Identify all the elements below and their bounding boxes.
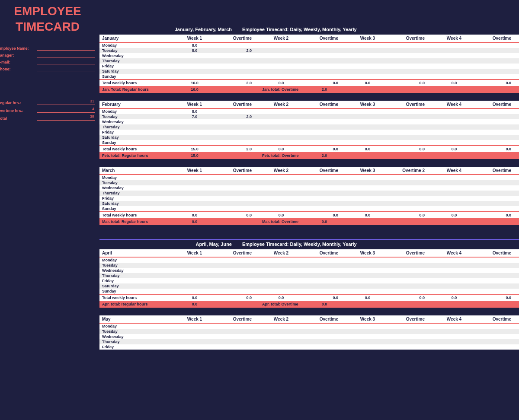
hours-cell[interactable]: [389, 273, 432, 278]
hours-cell[interactable]: [346, 344, 389, 350]
hours-cell[interactable]: [173, 196, 216, 201]
hours-cell[interactable]: [173, 135, 216, 140]
hours-cell[interactable]: [260, 48, 303, 53]
hours-cell[interactable]: [303, 180, 346, 185]
hours-cell[interactable]: [389, 339, 432, 344]
hours-cell[interactable]: [346, 278, 389, 283]
hours-cell[interactable]: [173, 58, 216, 64]
hours-cell[interactable]: [216, 185, 260, 191]
hours-cell[interactable]: [260, 53, 303, 58]
hours-cell[interactable]: [303, 114, 346, 119]
hours-cell[interactable]: [260, 323, 303, 329]
hours-cell[interactable]: [303, 329, 346, 334]
hours-cell[interactable]: [346, 69, 389, 74]
hours-cell[interactable]: [389, 206, 432, 212]
hours-cell[interactable]: [216, 323, 260, 329]
hours-cell[interactable]: [260, 130, 303, 135]
hours-cell[interactable]: [173, 191, 216, 196]
hours-cell[interactable]: [389, 180, 432, 185]
hours-cell[interactable]: [346, 185, 389, 191]
hours-cell[interactable]: [432, 196, 476, 201]
hours-cell[interactable]: [432, 201, 476, 206]
hours-cell[interactable]: [216, 201, 260, 206]
hours-cell[interactable]: [216, 263, 260, 268]
hours-cell[interactable]: [303, 135, 346, 140]
hours-cell[interactable]: [389, 185, 432, 191]
hours-cell[interactable]: [389, 69, 432, 74]
hours-cell[interactable]: [173, 263, 216, 268]
hours-cell[interactable]: [216, 334, 260, 339]
info-input-line[interactable]: [37, 45, 95, 51]
hours-cell[interactable]: [303, 283, 346, 289]
hours-cell[interactable]: [346, 257, 389, 263]
hours-cell[interactable]: [476, 69, 519, 74]
hours-cell[interactable]: [476, 273, 519, 278]
hours-cell[interactable]: [432, 114, 476, 119]
hours-cell[interactable]: 8.0: [173, 42, 216, 48]
hours-cell[interactable]: [476, 175, 519, 180]
hours-cell[interactable]: [389, 268, 432, 273]
hours-cell[interactable]: [346, 58, 389, 64]
hours-cell[interactable]: [432, 323, 476, 329]
hours-cell[interactable]: [173, 289, 216, 294]
hours-cell[interactable]: [346, 175, 389, 180]
hours-cell[interactable]: [432, 185, 476, 191]
hours-cell[interactable]: [216, 42, 260, 48]
hours-cell[interactable]: [173, 53, 216, 58]
hours-cell[interactable]: [303, 257, 346, 263]
hours-cell[interactable]: [432, 119, 476, 124]
hours-cell[interactable]: [260, 180, 303, 185]
hours-cell[interactable]: [216, 191, 260, 196]
hours-cell[interactable]: [216, 64, 260, 69]
hours-cell[interactable]: [216, 74, 260, 80]
hours-cell[interactable]: [389, 124, 432, 130]
hours-cell[interactable]: [346, 74, 389, 80]
hours-cell[interactable]: [173, 69, 216, 74]
hours-cell[interactable]: [346, 135, 389, 140]
hours-cell[interactable]: [389, 278, 432, 283]
hours-cell[interactable]: [432, 130, 476, 135]
hours-cell[interactable]: [346, 201, 389, 206]
hours-cell[interactable]: [389, 257, 432, 263]
hours-cell[interactable]: 2.0: [216, 114, 260, 119]
hours-cell[interactable]: [216, 289, 260, 294]
hours-cell[interactable]: [432, 175, 476, 180]
hours-cell[interactable]: [432, 329, 476, 334]
hours-cell[interactable]: [346, 48, 389, 53]
hours-cell[interactable]: [260, 206, 303, 212]
hours-cell[interactable]: [303, 263, 346, 268]
hours-cell[interactable]: [303, 42, 346, 48]
hours-cell[interactable]: [389, 191, 432, 196]
hours-cell[interactable]: [303, 344, 346, 350]
hours-cell[interactable]: [346, 108, 389, 114]
hours-cell[interactable]: [260, 42, 303, 48]
hours-cell[interactable]: [260, 119, 303, 124]
hours-cell[interactable]: [432, 53, 476, 58]
info-input-line[interactable]: [37, 66, 95, 71]
hours-cell[interactable]: [173, 339, 216, 344]
hours-cell[interactable]: [303, 339, 346, 344]
hours-cell[interactable]: 8.0: [173, 108, 216, 114]
hours-cell[interactable]: [260, 124, 303, 130]
hours-cell[interactable]: [173, 130, 216, 135]
hours-cell[interactable]: [216, 140, 260, 146]
hours-cell[interactable]: [260, 135, 303, 140]
hours-cell[interactable]: [346, 53, 389, 58]
hours-cell[interactable]: [476, 283, 519, 289]
hours-cell[interactable]: [260, 201, 303, 206]
hours-cell[interactable]: [173, 257, 216, 263]
hours-cell[interactable]: [303, 119, 346, 124]
hours-cell[interactable]: [303, 196, 346, 201]
hours-cell[interactable]: [476, 339, 519, 344]
hours-cell[interactable]: [260, 263, 303, 268]
hours-cell[interactable]: [260, 140, 303, 146]
hours-cell[interactable]: [346, 329, 389, 334]
hours-cell[interactable]: [432, 344, 476, 350]
hours-cell[interactable]: [216, 273, 260, 278]
hours-cell[interactable]: [432, 278, 476, 283]
hours-cell[interactable]: [476, 206, 519, 212]
hours-cell[interactable]: [389, 201, 432, 206]
hours-cell[interactable]: [303, 64, 346, 69]
hours-cell[interactable]: [476, 289, 519, 294]
hours-cell[interactable]: [260, 278, 303, 283]
